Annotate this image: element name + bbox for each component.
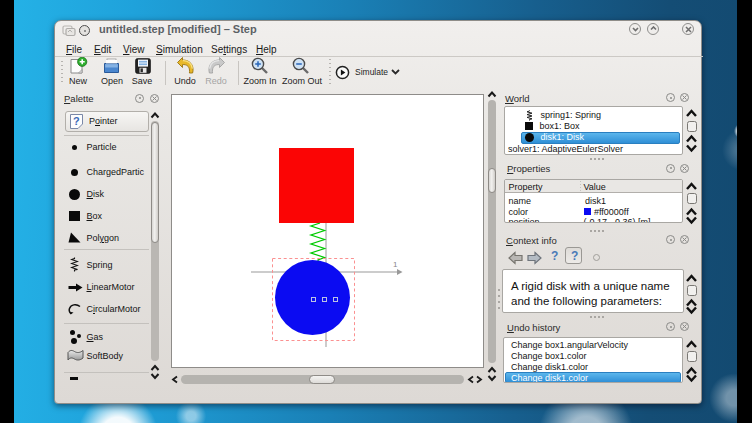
svg-text:?: ? [73, 115, 80, 127]
svg-text:1: 1 [393, 260, 398, 269]
